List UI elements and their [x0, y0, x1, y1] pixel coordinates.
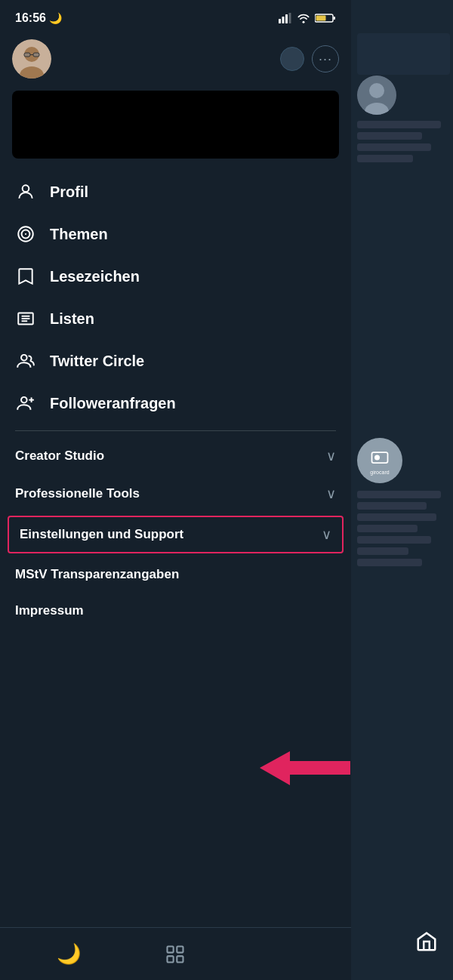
listen-label: Listen	[50, 310, 94, 328]
grid-icon	[165, 944, 186, 965]
bg-text-lines-bottom	[357, 491, 450, 570]
drawer-panel: 16:56 🌙	[0, 0, 351, 980]
svg-rect-5	[279, 19, 281, 23]
svg-rect-8	[289, 13, 291, 23]
svg-point-1	[369, 83, 384, 98]
svg-rect-33	[177, 956, 183, 962]
lesezeichen-label: Lesezeichen	[50, 268, 140, 285]
header-right: ···	[280, 45, 339, 72]
drawer-header: ···	[0, 33, 351, 171]
svg-marker-34	[260, 751, 350, 785]
menu-divider	[15, 430, 336, 431]
svg-rect-6	[282, 17, 285, 23]
bottom-spacer	[267, 939, 297, 969]
small-circle-indicator	[280, 47, 304, 71]
moon-status-icon: 🌙	[49, 12, 62, 24]
girocard-avatar: girocard	[357, 438, 402, 483]
static-item-mstv[interactable]: MStV Transparenzangaben	[0, 556, 351, 593]
chevron-creator-studio-icon: ∨	[326, 448, 336, 464]
battery-icon	[315, 13, 336, 23]
wifi-icon	[297, 13, 310, 23]
followeranfragen-label: Followeranfragen	[50, 395, 176, 412]
impressum-label: Impressum	[15, 603, 84, 618]
static-item-impressum[interactable]: Impressum	[0, 593, 351, 629]
profil-label: Profil	[50, 183, 88, 201]
svg-rect-10	[334, 17, 336, 20]
svg-rect-16	[33, 53, 39, 57]
svg-rect-30	[168, 946, 174, 952]
bottom-moon-button[interactable]: 🌙	[54, 939, 84, 969]
themen-label: Themen	[50, 226, 108, 243]
list-icon	[15, 308, 36, 329]
svg-rect-11	[316, 16, 326, 21]
collapsible-einstellungen-support[interactable]: Einstellungen und Support ∨	[9, 517, 342, 552]
einstellungen-support-label: Einstellungen und Support	[20, 527, 183, 542]
collapsible-professionelle-tools[interactable]: Professionelle Tools ∨	[0, 475, 351, 513]
twitter-circle-label: Twitter Circle	[50, 353, 144, 370]
svg-point-18	[23, 185, 29, 192]
banner-image	[12, 91, 339, 159]
person-add-icon	[15, 393, 36, 414]
menu-item-profil[interactable]: Profil	[0, 171, 351, 213]
svg-point-21	[25, 233, 26, 235]
bookmark-icon	[15, 266, 36, 287]
target-icon	[15, 223, 36, 245]
bottom-bar: 🌙	[0, 927, 351, 980]
collapsible-creator-studio[interactable]: Creator Studio ∨	[0, 437, 351, 475]
red-arrow-annotation	[260, 747, 350, 792]
chevron-einstellungen-icon: ∨	[322, 526, 331, 543]
twitter-circle-icon	[15, 350, 36, 371]
menu-item-lesezeichen[interactable]: Lesezeichen	[0, 255, 351, 297]
bottom-moon-icon: 🌙	[57, 942, 81, 966]
highlighted-einstellungen-container: Einstellungen und Support ∨	[8, 516, 344, 553]
svg-rect-15	[24, 53, 30, 57]
home-icon-bg[interactable]	[415, 930, 438, 956]
bg-text-lines-top	[357, 121, 450, 166]
status-icons	[279, 13, 336, 23]
mstv-label: MStV Transparenzangaben	[15, 567, 179, 581]
status-bar: 16:56 🌙	[0, 0, 351, 33]
bottom-grid-button[interactable]	[160, 939, 190, 969]
more-dots-icon: ···	[319, 51, 332, 67]
svg-point-26	[21, 355, 27, 361]
background-content: girocard	[351, 0, 453, 980]
signal-icon	[279, 13, 292, 23]
menu-item-twitter-circle[interactable]: Twitter Circle	[0, 340, 351, 382]
creator-studio-label: Creator Studio	[15, 448, 104, 464]
svg-point-27	[21, 397, 27, 403]
menu-item-listen[interactable]: Listen	[0, 297, 351, 340]
svg-rect-7	[285, 14, 288, 23]
girocard-label: girocard	[370, 470, 389, 475]
svg-rect-32	[168, 956, 174, 962]
person-icon	[15, 181, 36, 202]
svg-rect-31	[177, 946, 183, 952]
menu-item-followeranfragen[interactable]: Followeranfragen	[0, 382, 351, 424]
professionelle-tools-label: Professionelle Tools	[15, 486, 140, 501]
more-button[interactable]: ···	[312, 45, 339, 72]
header-top-row: ···	[12, 39, 339, 79]
menu-item-themen[interactable]: Themen	[0, 213, 351, 255]
svg-point-4	[374, 455, 380, 460]
status-time: 16:56 🌙	[15, 11, 62, 25]
chevron-professionelle-tools-icon: ∨	[326, 485, 336, 502]
menu-section: Profil Themen Lesezeichen	[0, 171, 351, 927]
bg-avatar-top	[357, 76, 396, 115]
avatar[interactable]	[12, 39, 51, 79]
time-text: 16:56	[15, 11, 46, 25]
